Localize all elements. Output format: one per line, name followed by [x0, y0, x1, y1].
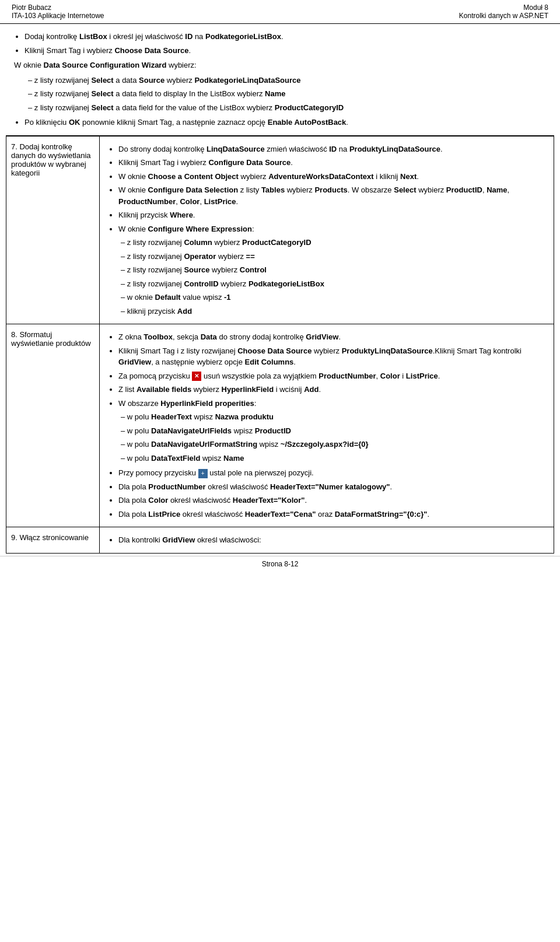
s7-bullet-5: Kliknij przycisk Where. [118, 209, 545, 221]
s8-bullet-5: W obszarze HyperlinkField properities: [118, 398, 545, 409]
wizard-intro: W oknie Data Source Configuration Wizard… [14, 59, 546, 71]
s7-bullet-3: W oknie Choose a Content Object wybierz … [118, 171, 545, 183]
section-8-right: Z okna Toolbox, sekcja Data do strony do… [100, 324, 554, 527]
s8-number-2: Dla pola Color określ właściwość HeaderT… [118, 495, 545, 506]
after-wizard-bullets: Po kliknięciu OK ponownie kliknij Smart … [24, 117, 546, 128]
s8-number-1: Dla pola ProductNumber określ właściwość… [118, 481, 545, 493]
module-title: Kontrolki danych w ASP.NET [459, 12, 548, 20]
delete-icon: ✕ [192, 372, 201, 381]
page-number: Strona 8-12 [262, 560, 299, 568]
where-item-1: z listy rozwijanej Column wybierz Produc… [121, 237, 545, 248]
page-footer: Strona 8-12 [0, 556, 560, 572]
intro-bullet-1: Dodaj kontrolkę ListBox i określ jej wła… [24, 31, 546, 43]
author-name: Piotr Bubacz [12, 3, 104, 12]
section-8: 8. Sformatuj wyświetlanie produktów Z ok… [6, 324, 554, 527]
section-9-title: 9. Włącz stronicowanie [11, 533, 89, 542]
s8-bullet-2: Kliknij Smart Tag i z listy rozwijanej C… [118, 345, 545, 368]
wizard-item-2: z listy rozwijanej Select a data field t… [28, 88, 546, 100]
wizard-item-1: z listy rozwijanej Select a data Source … [28, 75, 546, 86]
section-9: 9. Włącz stronicowanie Dla kontrolki Gri… [6, 527, 554, 554]
intro-bullet-2: Kliknij Smart Tag i wybierz Choose Data … [24, 45, 546, 57]
after-hyperlink-bullets: Przy pomocy przycisku + ustal pole na pi… [118, 467, 545, 520]
hyperlink-item-1: w polu HeaderText wpisz Nazwa produktu [121, 411, 545, 423]
wizard-item-3: z listy rozwijanej Select a data field f… [28, 102, 546, 114]
s7-bullet-1: Do strony dodaj kontrolkę LinqDataSource… [118, 143, 545, 155]
s8-bullet-1: Z okna Toolbox, sekcja Data do strony do… [118, 331, 545, 343]
section-7: 7. Dodaj kontrolkę danych do wyświetlani… [6, 136, 554, 325]
where-item-4: z listy rozwijanej ControlID wybierz Pod… [121, 278, 545, 290]
section-7-bullets: Do strony dodaj kontrolkę LinqDataSource… [118, 143, 545, 235]
move-up-icon: + [198, 469, 208, 478]
intro-section: Dodaj kontrolkę ListBox i określ jej wła… [6, 24, 554, 136]
intro-bullets: Dodaj kontrolkę ListBox i określ jej wła… [24, 31, 546, 56]
page-header: Piotr Bubacz ITA-103 Aplikacje Interneto… [0, 0, 560, 24]
section-8-bullets: Z okna Toolbox, sekcja Data do strony do… [118, 331, 545, 409]
hyperlink-items: w polu HeaderText wpisz Nazwa produktu w… [121, 411, 545, 464]
hyperlink-item-3: w polu DataNavigateUrlFormatString wpisz… [121, 439, 545, 450]
course-name: ITA-103 Aplikacje Internetowe [12, 12, 104, 20]
module-label: Moduł 8 [459, 3, 548, 12]
s7-bullet-4: W oknie Configure Data Selection z listy… [118, 184, 545, 207]
after-wizard-item: Po kliknięciu OK ponownie kliknij Smart … [24, 117, 546, 128]
section-7-title: 7. Dodaj kontrolkę danych do wyświetlani… [11, 142, 91, 177]
section-9-left: 9. Włącz stronicowanie [6, 527, 100, 553]
s9-bullet-1: Dla kontrolki GridView określ właściwośc… [118, 534, 545, 546]
wizard-items: z listy rozwijanej Select a data Source … [28, 75, 546, 114]
after-hyperlink-item: Przy pomocy przycisku + ustal pole na pi… [118, 467, 545, 479]
section-9-bullets: Dla kontrolki GridView określ właściwośc… [118, 534, 545, 546]
section-7-left: 7. Dodaj kontrolkę danych do wyświetlani… [6, 136, 100, 324]
where-item-5: w oknie Default value wpisz -1 [121, 292, 545, 303]
where-item-2: z listy rozwijanej Operator wybierz == [121, 251, 545, 262]
section-9-right: Dla kontrolki GridView określ właściwośc… [100, 527, 554, 553]
hyperlink-item-2: w polu DataNavigateUrlFields wpisz Produ… [121, 425, 545, 437]
s7-bullet-2: Kliknij Smart Tag i wybierz Configure Da… [118, 157, 545, 169]
s8-bullet-3: Za pomocą przycisku ✕ usuń wszystkie pol… [118, 370, 545, 382]
section-8-title: 8. Sformatuj wyświetlanie produktów [11, 330, 91, 348]
s7-bullet-6: W oknie Configure Where Expression: [118, 223, 545, 235]
section-8-left: 8. Sformatuj wyświetlanie produktów [6, 324, 100, 527]
s8-bullet-4: Z list Available fields wybierz Hyperlin… [118, 384, 545, 395]
header-left: Piotr Bubacz ITA-103 Aplikacje Interneto… [12, 3, 104, 20]
header-right: Moduł 8 Kontrolki danych w ASP.NET [459, 3, 548, 20]
where-item-3: z listy rozwijanej Source wybierz Contro… [121, 264, 545, 276]
hyperlink-item-4: w polu DataTextField wpisz Name [121, 453, 545, 464]
where-items: z listy rozwijanej Column wybierz Produc… [121, 237, 545, 317]
section-7-right: Do strony dodaj kontrolkę LinqDataSource… [100, 136, 554, 324]
where-item-6: kliknij przycisk Add [121, 306, 545, 317]
s8-number-3: Dla pola ListPrice określ właściwość Hea… [118, 509, 545, 520]
